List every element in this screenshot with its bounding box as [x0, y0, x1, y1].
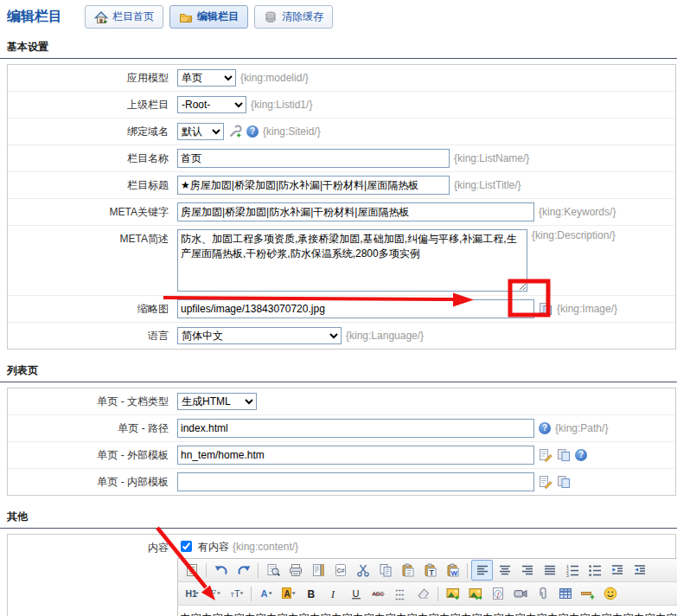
page-header: 编辑栏目 栏目首页 编辑栏目 清除缓存: [0, 0, 677, 35]
print-icon[interactable]: [284, 560, 306, 581]
path-help-icon[interactable]: [539, 422, 551, 434]
highlight-color-icon[interactable]: A: [278, 583, 299, 604]
paste-icon[interactable]: [397, 560, 418, 581]
form-row-title: 栏目标题 {king:ListTitle/}: [8, 172, 675, 199]
nav-edit-column-button[interactable]: 编辑栏目: [169, 5, 248, 29]
has-content-checkbox[interactable]: [181, 541, 192, 552]
emoticon-icon[interactable]: [599, 583, 621, 604]
paste-text-icon[interactable]: T: [419, 560, 441, 581]
nav-column-home-label: 栏目首页: [112, 10, 154, 24]
insert-media-icon[interactable]: [509, 583, 531, 604]
internal-template-input[interactable]: [177, 472, 534, 491]
align-right-icon[interactable]: [516, 560, 538, 581]
ordered-list-icon[interactable]: 123: [561, 560, 583, 581]
page-title: 编辑栏目: [7, 8, 62, 26]
external-template-input[interactable]: [177, 446, 534, 465]
insert-images-icon[interactable]: [464, 583, 486, 604]
italic-icon[interactable]: I: [323, 583, 344, 604]
align-center-icon[interactable]: [494, 560, 515, 581]
section-list-title: 列表页: [0, 358, 677, 382]
template-icon[interactable]: [307, 560, 329, 581]
cut-icon[interactable]: [352, 560, 374, 581]
outdent-icon[interactable]: [629, 560, 650, 581]
insert-image-icon[interactable]: [442, 583, 463, 604]
doctype-label: 单页 - 文档类型: [8, 392, 177, 411]
toolbar-separator: [467, 563, 468, 578]
editor-toolbar-row2: H1FTTAABIUABC+++++++++f: [178, 582, 677, 606]
browse-file-icon[interactable]: [539, 302, 552, 316]
insert-flash-icon[interactable]: f: [487, 583, 508, 604]
redo-icon[interactable]: [233, 560, 254, 581]
form-row-keywords: META关键字 {king:Keywords/}: [8, 199, 675, 226]
preview-icon[interactable]: [262, 560, 284, 581]
name-input[interactable]: [177, 149, 450, 168]
strikethrough-icon[interactable]: ABC: [367, 583, 389, 604]
thumbnail-label: 缩略图: [8, 299, 177, 318]
language-label: 语言: [8, 326, 177, 345]
doctype-select[interactable]: 生成HTML: [177, 393, 257, 410]
model-select[interactable]: 单页: [177, 69, 236, 87]
nav-edit-column-label: 编辑栏目: [197, 10, 239, 24]
font-color-icon[interactable]: A: [255, 583, 277, 604]
select-template-icon[interactable]: [539, 475, 552, 489]
justify-icon[interactable]: [539, 560, 560, 581]
domain-select[interactable]: 默认: [177, 123, 224, 140]
name-label: 栏目名称: [8, 149, 177, 168]
external-template-help-icon[interactable]: [575, 449, 587, 461]
keywords-input[interactable]: [177, 202, 534, 221]
title-input[interactable]: [177, 176, 450, 195]
heading-icon[interactable]: H1: [181, 583, 202, 604]
insert-table-icon[interactable]: [554, 583, 576, 604]
remove-format-icon[interactable]: [412, 583, 434, 604]
select-template-icon[interactable]: [539, 448, 552, 462]
external-template-label: 单页 - 外部模板: [8, 446, 177, 465]
domain-help-icon[interactable]: [246, 125, 259, 138]
internal-template-label: 单页 - 内部模板: [8, 472, 177, 491]
attachment-icon[interactable]: [532, 583, 553, 604]
editor-toolbar-row1: C#TW123: [178, 559, 677, 582]
horizontal-rule-icon[interactable]: [577, 583, 598, 604]
form-row-description: META简述 防水、加固工程多项资质,承接桥梁加固,基础加固,纠偏与平移,补漏工…: [8, 226, 675, 296]
parent-select[interactable]: -Root-: [177, 96, 246, 113]
toolbar-separator: [437, 587, 438, 601]
form-row-path: 单页 - 路径 {king:Path/}: [8, 415, 675, 442]
paste-word-icon[interactable]: W: [442, 560, 463, 581]
path-input[interactable]: [177, 419, 534, 438]
svg-text:C#: C#: [336, 568, 344, 574]
thumbnail-input[interactable]: [177, 299, 534, 318]
copy-icon[interactable]: [374, 560, 396, 581]
keywords-template-tag: {king:Keywords/}: [539, 206, 616, 218]
font-size-icon[interactable]: TT: [226, 583, 247, 604]
parent-template-tag: {king:Listid1/}: [251, 99, 312, 111]
path-template-tag: {king:Path/}: [555, 422, 608, 434]
align-left-icon[interactable]: [471, 560, 493, 581]
toolbar-separator: [206, 563, 207, 578]
indent-icon[interactable]: [606, 560, 628, 581]
font-icon[interactable]: F: [203, 583, 225, 604]
source-icon[interactable]: [181, 560, 202, 581]
browse-file-icon[interactable]: [557, 448, 571, 462]
basic-panel: 应用模型 单页 {king:modelid/} 上级栏目 -Root- {kin…: [7, 64, 676, 350]
wrench-icon[interactable]: [228, 125, 242, 138]
undo-icon[interactable]: [210, 560, 232, 581]
domain-template-tag: {king:Siteid/}: [263, 125, 321, 138]
code-icon[interactable]: C#: [329, 560, 351, 581]
name-template-tag: {king:ListName/}: [454, 152, 529, 164]
section-basic-title: 基本设置: [0, 35, 677, 59]
nav-clear-cache-button[interactable]: 清除缓存: [254, 5, 333, 29]
clear-cache-icon: [264, 10, 278, 24]
unordered-list-icon[interactable]: [584, 560, 605, 581]
svg-text:B: B: [307, 588, 315, 600]
letter-spacing-icon[interactable]: +++++++++: [390, 583, 412, 604]
bold-icon[interactable]: B: [300, 583, 322, 604]
underline-icon[interactable]: U: [345, 583, 367, 604]
nav-column-home-button[interactable]: 栏目首页: [85, 5, 163, 29]
language-select[interactable]: 简体中文: [177, 327, 342, 344]
nav-clear-cache-label: 清除缓存: [282, 10, 323, 24]
domain-label: 绑定域名: [8, 122, 177, 141]
description-textarea[interactable]: 防水、加固工程多项资质,承接桥梁加固,基础加固,纠偏与平移,补漏工程,生产屋面隔…: [177, 229, 527, 292]
form-row-domain: 绑定域名 默认 {king:Siteid/}: [8, 119, 675, 145]
keywords-label: META关键字: [8, 202, 177, 221]
browse-file-icon[interactable]: [557, 475, 571, 489]
editor-content[interactable]: 内容内容内容内容内容内容内容内容内容内容内容内容内容内容内容内容内容内容内容内容…: [178, 606, 677, 616]
